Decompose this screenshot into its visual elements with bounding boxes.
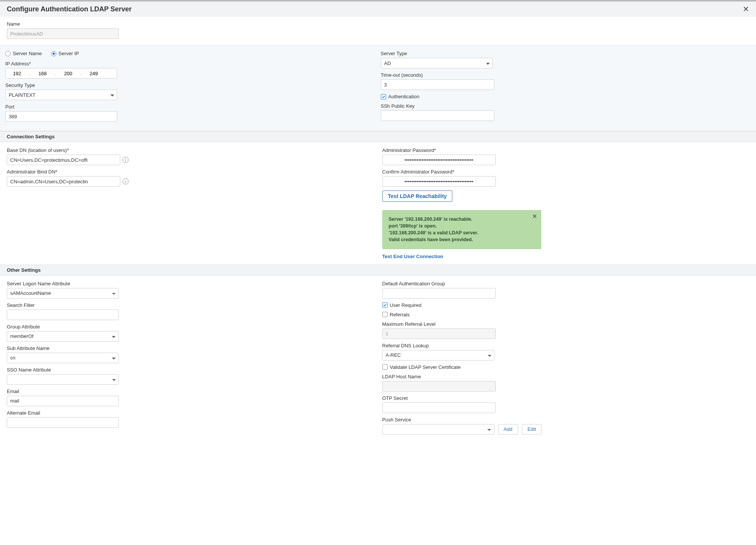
name-input[interactable] [7, 28, 119, 39]
referral-dns-label: Referral DNS Lookup [382, 343, 750, 348]
section-header-connection: Connection Settings [0, 131, 756, 142]
status-close-icon[interactable]: ✕ [532, 213, 537, 220]
section-header-other: Other Settings [0, 265, 756, 276]
sso-attr-select[interactable] [7, 374, 119, 385]
default-auth-group-field: Default Authentication Group [382, 281, 750, 299]
info-icon[interactable]: i [123, 157, 129, 163]
ip-address-label: IP Address* [5, 61, 376, 67]
validate-cert-row: Validate LDAP Server Certificate [382, 364, 750, 370]
push-service-field: Push Service Add Edit [382, 417, 750, 435]
default-auth-group-label: Default Authentication Group [382, 281, 750, 286]
email-field: Email [7, 389, 374, 406]
close-icon[interactable]: ✕ [743, 5, 749, 14]
push-service-select[interactable] [382, 424, 494, 435]
server-type-select[interactable]: AD [381, 58, 493, 68]
authentication-checkbox[interactable] [381, 94, 386, 99]
status-line: port '389/tcp' is open. [389, 223, 535, 229]
group-attr-label: Group Attribute [7, 324, 374, 330]
test-end-user-link[interactable]: Test End User Connection [382, 254, 444, 259]
email-label: Email [7, 389, 374, 394]
default-auth-group-input[interactable] [382, 288, 496, 299]
base-dn-input[interactable] [7, 155, 120, 165]
ip-address-input[interactable]: . . . [5, 68, 117, 79]
search-filter-input[interactable] [7, 310, 119, 320]
user-required-checkbox[interactable] [382, 302, 388, 308]
referral-dns-field: Referral DNS Lookup A-REC [382, 343, 750, 361]
info-icon[interactable]: i [123, 178, 129, 184]
server-type-field: Server Type AD [381, 51, 751, 68]
conn-left-col: Base DN (location of users)* i Administr… [5, 147, 376, 259]
security-type-select[interactable]: PLAINTEXT [5, 90, 117, 100]
sso-attr-field: SSO Name Attribute [7, 367, 374, 385]
logon-attr-select[interactable]: sAMAccountName [7, 288, 119, 299]
base-dn-label: Base DN (location of users)* [7, 147, 374, 153]
otp-secret-input[interactable] [382, 403, 496, 413]
server-type-label: Server Type [381, 51, 751, 56]
other-right-col: Default Authentication Group User Requir… [381, 281, 751, 438]
sub-attr-select[interactable]: cn [7, 353, 119, 363]
confirm-pwd-input[interactable] [382, 176, 496, 187]
ip-oct-2[interactable] [31, 68, 54, 78]
ip-oct-3[interactable] [57, 68, 79, 78]
alt-email-field: Alternate Email [7, 410, 374, 428]
ssh-key-input[interactable] [381, 110, 494, 121]
bind-dn-field: Administrator Bind DN* i [7, 169, 374, 187]
push-edit-button[interactable]: Edit [522, 424, 542, 435]
otp-secret-field: OTP Secret [382, 395, 750, 413]
admin-pwd-label: Administrator Password* [382, 147, 750, 153]
validate-cert-checkbox[interactable] [382, 364, 388, 370]
other-left-col: Server Logon Name Attribute sAMAccountNa… [5, 281, 376, 438]
radio-server-name[interactable]: Server Name [5, 51, 42, 56]
port-label: Port [5, 104, 376, 110]
radio-server-ip[interactable]: Server IP [51, 51, 79, 56]
ldap-host-label: LDAP Host Name [382, 374, 750, 379]
validate-cert-label: Validate LDAP Server Certificate [390, 364, 461, 370]
max-referral-field: Maximum Referral Level [382, 321, 750, 339]
ldap-host-input[interactable] [382, 381, 496, 392]
group-attr-select[interactable]: memberOf [7, 331, 119, 342]
logon-attr-field: Server Logon Name Attribute sAMAccountNa… [7, 281, 374, 299]
test-reachability-button[interactable]: Test LDAP Reachability [382, 190, 453, 202]
push-add-button[interactable]: Add [498, 424, 518, 435]
max-referral-input[interactable] [382, 328, 496, 339]
timeout-field: Time-out (seconds) [381, 72, 751, 90]
status-line: Valid credentials have been provided. [389, 236, 535, 243]
ldap-host-field: LDAP Host Name [382, 374, 750, 392]
search-filter-label: Search Filter [7, 302, 374, 308]
ip-oct-1[interactable] [6, 68, 28, 78]
status-box: ✕ Server '192.168.200.249' is reachable.… [382, 210, 541, 249]
confirm-pwd-field: Confirm Administrator Password* [382, 169, 750, 187]
base-dn-field: Base DN (location of users)* i [7, 147, 374, 165]
confirm-pwd-label: Confirm Administrator Password* [382, 169, 750, 175]
admin-pwd-input[interactable] [382, 155, 496, 165]
admin-pwd-field: Administrator Password* [382, 147, 750, 165]
alt-email-label: Alternate Email [7, 410, 374, 416]
bind-dn-input[interactable] [7, 176, 120, 187]
referral-dns-select[interactable]: A-REC [382, 350, 494, 361]
bind-dn-label: Administrator Bind DN* [7, 169, 374, 175]
authentication-checkbox-row: Authentication [381, 94, 751, 99]
user-required-row: User Required [382, 302, 750, 308]
server-address-panel: Server Name Server IP IP Address* . . . [0, 45, 756, 131]
max-referral-label: Maximum Referral Level [382, 321, 750, 327]
sub-attr-label: Sub Attribute Name [7, 345, 374, 351]
port-input[interactable] [5, 111, 117, 122]
security-type-label: Security Type [5, 82, 376, 88]
address-mode-row: Server Name Server IP [5, 51, 376, 56]
radio-server-ip-label: Server IP [59, 51, 79, 56]
group-attr-field: Group Attribute memberOf [7, 324, 374, 342]
timeout-input[interactable] [381, 79, 494, 90]
ip-oct-4[interactable] [82, 68, 105, 78]
referrals-checkbox[interactable] [382, 312, 388, 317]
status-line: Server '192.168.200.249' is reachable. [389, 216, 535, 223]
dialog-header: Configure Authentication LDAP Server ✕ [0, 0, 756, 17]
connection-settings-panel: Base DN (location of users)* i Administr… [0, 142, 756, 265]
ldap-config-dialog: Configure Authentication LDAP Server ✕ N… [0, 0, 756, 444]
sub-attr-field: Sub Attribute Name cn [7, 345, 374, 363]
email-input[interactable] [7, 396, 119, 406]
port-field: Port [5, 104, 376, 122]
alt-email-input[interactable] [7, 417, 119, 428]
security-type-field: Security Type PLAINTEXT [5, 82, 376, 100]
sso-attr-label: SSO Name Attribute [7, 367, 374, 373]
ip-address-field: IP Address* . . . [5, 61, 376, 79]
